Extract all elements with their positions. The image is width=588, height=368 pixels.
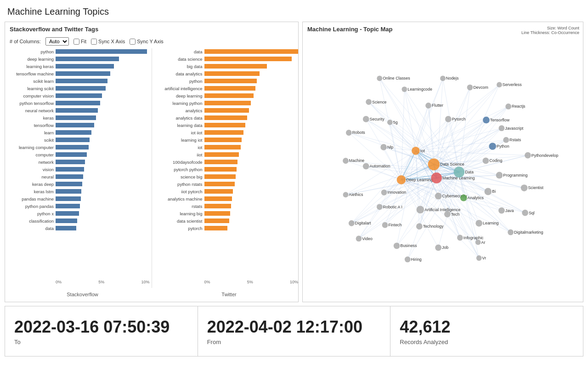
list-item: analytics machine — [154, 196, 299, 202]
svg-point-208 — [489, 143, 496, 150]
svg-point-232 — [343, 192, 349, 197]
svg-text:Tensorflow: Tensorflow — [490, 118, 510, 122]
page-title: Machine Learning Topics — [0, 0, 588, 22]
stackoverflow-twitter-panel: Stackoverflow and Twitter Tags # of Colu… — [5, 22, 299, 302]
sync-x-label[interactable]: Sync X Axis — [91, 39, 125, 45]
list-item: analytics data — [154, 115, 299, 121]
list-item: big data — [154, 63, 299, 69]
svg-line-39 — [390, 122, 416, 151]
svg-point-260 — [475, 220, 482, 227]
fit-checkbox-label[interactable]: Fit — [74, 39, 86, 45]
list-item: learning computer — [5, 144, 150, 150]
list-item: data — [5, 225, 150, 231]
svg-point-246 — [416, 206, 424, 213]
stat-label: To — [14, 339, 188, 345]
svg-point-204 — [346, 130, 352, 136]
svg-point-226 — [431, 172, 442, 184]
list-item: pytorch python — [154, 166, 299, 172]
svg-text:Pytorch: Pytorch — [452, 117, 466, 121]
svg-point-224 — [397, 175, 406, 184]
svg-point-198 — [445, 116, 452, 122]
sync-y-checkbox[interactable] — [130, 39, 136, 45]
chart-controls: # of Columns: Auto Fit Sync X Axis Sync … — [5, 34, 298, 48]
svg-text:Flutter: Flutter — [432, 103, 443, 108]
svg-text:Ar: Ar — [481, 240, 486, 245]
fit-checkbox[interactable] — [74, 39, 79, 45]
left-panel-title: Stackoverflow and Twitter Tags — [5, 22, 298, 34]
tw-axis: 0%5%10% — [154, 279, 299, 284]
stat-value: 2022-04-02 12:17:00 — [207, 317, 381, 337]
stat-value: 2022-03-16 07:50:39 — [14, 317, 188, 337]
list-item: analytics — [154, 107, 299, 114]
svg-point-242 — [521, 184, 528, 191]
svg-point-186 — [497, 82, 502, 87]
svg-text:Digitalart: Digitalart — [355, 221, 371, 225]
svg-text:Iot: Iot — [420, 149, 425, 153]
svg-line-93 — [401, 180, 438, 196]
svg-text:Science: Science — [372, 100, 387, 104]
svg-text:Deep Learning: Deep Learning — [406, 178, 433, 182]
svg-point-236 — [435, 193, 442, 200]
list-item: iiot pytorch — [154, 188, 299, 195]
svg-text:Data Science: Data Science — [440, 162, 464, 167]
svg-point-214 — [343, 158, 349, 164]
svg-text:Rstats: Rstats — [509, 138, 521, 142]
svg-point-270 — [475, 240, 481, 245]
svg-text:Tech: Tech — [451, 212, 460, 217]
stackoverflow-label: Stackoverflow — [67, 290, 98, 299]
svg-point-218 — [428, 159, 440, 171]
svg-text:Infographic: Infographic — [464, 236, 484, 240]
svg-text:Learning: Learning — [483, 221, 499, 225]
list-item: python rstats — [154, 181, 299, 187]
columns-select[interactable]: Auto — [45, 37, 69, 46]
svg-text:Nodejs: Nodejs — [446, 76, 459, 80]
svg-point-230 — [496, 172, 503, 179]
list-item: keras deep — [5, 181, 150, 187]
list-item: learn — [5, 129, 150, 136]
list-item: network — [5, 159, 150, 165]
svg-text:Bi: Bi — [492, 189, 496, 194]
list-item: pytorch — [154, 225, 299, 231]
svg-point-250 — [498, 207, 505, 214]
svg-line-40 — [434, 119, 448, 164]
list-item: python tensorflow — [5, 100, 150, 106]
stat-box: 2022-04-02 12:17:00From — [198, 306, 391, 356]
svg-line-123 — [351, 178, 436, 223]
list-item: iiot — [154, 151, 299, 158]
list-item: tensorflow machine — [5, 70, 150, 77]
svg-text:Data: Data — [465, 170, 474, 174]
svg-text:Coding: Coding — [489, 158, 502, 163]
list-item: scikit learn — [5, 78, 150, 84]
svg-text:Technology: Technology — [423, 224, 444, 229]
svg-point-188 — [366, 99, 372, 105]
list-item: learning data — [154, 122, 299, 128]
list-item: learning iot — [154, 137, 299, 143]
svg-text:Sql: Sql — [529, 211, 535, 215]
svg-point-256 — [382, 222, 388, 228]
list-item: computer vision — [5, 92, 150, 99]
svg-text:Robots: Robots — [352, 130, 366, 135]
list-item: python pandas — [5, 203, 150, 209]
stat-value: 42,612 — [400, 317, 574, 337]
svg-point-222 — [525, 152, 531, 159]
list-item: keras — [5, 115, 150, 121]
svg-text:Devcom: Devcom — [473, 85, 488, 90]
sync-x-checkbox[interactable] — [91, 39, 97, 45]
svg-text:Programming: Programming — [503, 173, 527, 178]
svg-point-244 — [377, 204, 383, 210]
svg-point-262 — [508, 230, 514, 236]
list-item: neural network — [5, 107, 150, 114]
svg-point-234 — [381, 190, 387, 196]
svg-text:Machine: Machine — [349, 158, 365, 163]
topic-map: Online ClassesNodejsLearningcodeDevcomSe… — [303, 34, 583, 302]
svg-line-32 — [366, 119, 436, 178]
svg-text:Javascript: Javascript — [505, 126, 523, 131]
topic-map-panel: Machine Learning - Topic Map Size: Word … — [302, 22, 583, 302]
sync-y-label[interactable]: Sync Y Axis — [130, 39, 164, 45]
svg-point-258 — [416, 223, 423, 230]
list-item: python — [5, 48, 150, 55]
list-item: tensorflow — [5, 122, 150, 128]
svg-text:Video: Video — [362, 236, 373, 241]
svg-point-182 — [401, 86, 407, 92]
svg-text:Fintech: Fintech — [388, 223, 401, 227]
